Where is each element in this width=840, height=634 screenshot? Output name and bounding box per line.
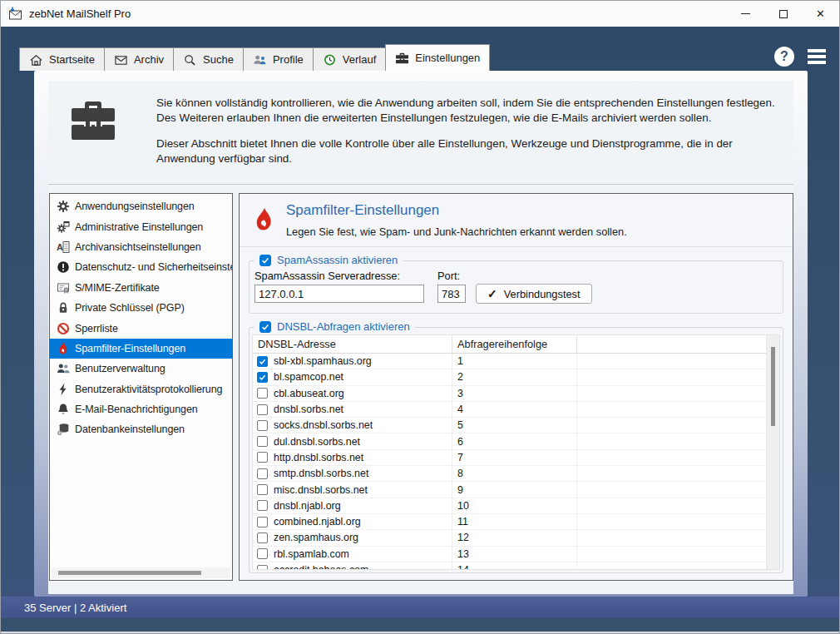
table-row[interactable]: misc.dnsbl.sorbs.net9	[253, 482, 779, 498]
spamfilter-settings-box: Spamfilter-Einstellungen Legen Sie fest,…	[239, 193, 793, 581]
minimize-button[interactable]	[727, 1, 764, 27]
sidebar-item-label: Archivansichtseinstellungen	[75, 241, 201, 253]
tab-label: Suche	[203, 53, 234, 66]
server-address-input[interactable]	[254, 285, 424, 303]
sidebar-item[interactable]: Datenschutz- und Sicherheitseinstellunge…	[50, 257, 232, 277]
table-row[interactable]: dnsbl.njabl.org10	[253, 498, 779, 514]
sidebar-item[interactable]: Datenbankeinstellungen	[50, 419, 232, 439]
server-order: 10	[452, 498, 577, 513]
sidebar-item-label: Anwendungseinstellungen	[75, 201, 195, 212]
server-order: 4	[452, 402, 577, 417]
server-checkbox[interactable]	[257, 500, 268, 511]
tab-archiv[interactable]: Archiv	[104, 47, 174, 71]
intro-paragraph-2: Dieser Abschnitt bietet Ihnen die volle …	[156, 136, 783, 166]
spamassassin-enable-label: SpamAssassin aktivieren	[277, 254, 398, 266]
server-address: http.dnsbl.sorbs.net	[274, 452, 363, 463]
admin-gear-icon	[56, 220, 70, 234]
table-row[interactable]: http.dnsbl.sorbs.net7	[253, 450, 779, 466]
window-title: zebNet MailShelf Pro	[29, 7, 131, 20]
dnsbl-enable-checkbox[interactable]	[259, 321, 271, 333]
sidebar-item[interactable]: Administrative Einstellungen	[50, 216, 232, 236]
sidebar-item[interactable]: E-Mail-Benachrichtigungen	[50, 399, 232, 419]
table-row[interactable]: bl.spamcop.net2	[253, 369, 779, 385]
table-row[interactable]: cbl.abuseat.org3	[253, 386, 779, 402]
sidebar-item-label: Private Schlüssel (PGP)	[75, 302, 185, 314]
table-row[interactable]: zen.spamhaus.org12	[253, 530, 779, 546]
server-address: zen.spamhaus.org	[274, 532, 358, 543]
server-checkbox[interactable]	[257, 420, 268, 431]
sidebar-item-label: Datenschutz- und Sicherheitseinstellunge…	[75, 261, 232, 273]
server-address: accredit.habeas.com	[274, 564, 368, 570]
tab-label: Archiv	[134, 53, 164, 66]
sidebar-item[interactable]: Benutzerverwaltung	[50, 359, 232, 379]
tab-profile[interactable]: Profile	[243, 47, 314, 71]
maximize-button[interactable]	[764, 1, 802, 27]
sidebar-item-label: Datenbankeinstellungen	[75, 423, 185, 435]
column-header[interactable]	[577, 335, 779, 353]
server-checkbox[interactable]	[257, 548, 268, 559]
sidebar-item[interactable]: Spamfilter-Einstellungen	[50, 339, 232, 359]
server-checkbox[interactable]	[257, 372, 268, 383]
tab-suche[interactable]: Suche	[173, 47, 244, 71]
table-row[interactable]: dnsbl.sorbs.net4	[253, 402, 779, 418]
flame-icon	[253, 205, 275, 235]
sidebar-horizontal-scrollbar[interactable]	[52, 567, 230, 578]
close-button[interactable]: ✕	[802, 1, 839, 27]
tab-verlauf[interactable]: Verlauf	[313, 47, 386, 71]
database-icon	[56, 423, 70, 437]
server-order: 8	[452, 466, 577, 481]
connection-test-button[interactable]: ✓ Verbindungstest	[476, 284, 592, 304]
dnsbl-enable-row: DNSBL-Abfragen aktivieren	[254, 320, 415, 333]
table-scrollbar-thumb[interactable]	[771, 347, 775, 426]
table-row[interactable]: combined.njabl.org11	[253, 514, 779, 530]
server-checkbox[interactable]	[257, 452, 268, 463]
table-row[interactable]: dul.dnsbl.sorbs.net6	[253, 433, 779, 449]
server-address: sbl-xbl.spamhaus.org	[274, 355, 372, 367]
help-button[interactable]: ?	[774, 47, 794, 67]
server-address: smtp.dnsbl.sorbs.net	[274, 468, 368, 479]
sidebar-item[interactable]: Anwendungseinstellungen	[50, 196, 232, 216]
content-row: AnwendungseinstellungenAdministrative Ei…	[48, 193, 793, 581]
page-subtitle: Legen Sie fest, wie Spam- und Junk-Nachr…	[286, 225, 627, 238]
settings-panel-inner: Sie können vollständig kontrollieren, wi…	[48, 81, 793, 594]
home-icon	[29, 53, 43, 67]
server-checkbox[interactable]	[257, 468, 268, 479]
table-row[interactable]: socks.dnsbl.sorbs.net5	[253, 418, 779, 433]
server-order: 1	[452, 354, 577, 369]
server-address: combined.njabl.org	[274, 516, 361, 528]
server-checkbox[interactable]	[257, 484, 268, 495]
table-row[interactable]: smtp.dnsbl.sorbs.net8	[253, 466, 779, 482]
sidebar-item[interactable]: Benutzeraktivitätsprotokollierung	[50, 379, 232, 399]
flame-icon	[56, 341, 70, 355]
app-body: StartseiteArchivSucheProfileVerlaufEinst…	[1, 27, 839, 633]
server-checkbox[interactable]	[257, 565, 268, 571]
table-row[interactable]: sbl-xbl.spamhaus.org1	[253, 354, 779, 369]
table-row[interactable]: rbl.spamlab.com13	[253, 547, 779, 562]
table-row[interactable]: accredit.habeas.com14	[253, 562, 779, 570]
spamassassin-enable-checkbox[interactable]	[259, 255, 271, 266]
sidebar-item[interactable]: Private Schlüssel (PGP)	[50, 298, 232, 318]
server-checkbox[interactable]	[257, 388, 268, 399]
sidebar-scrollbar-thumb[interactable]	[58, 571, 201, 575]
server-checkbox[interactable]	[257, 404, 268, 415]
server-checkbox[interactable]	[257, 436, 268, 447]
server-address-label: SpamAssassin Serveradresse:	[254, 270, 400, 282]
hamburger-menu-icon[interactable]	[808, 49, 826, 64]
column-header[interactable]: Abfragereihenfolge	[452, 335, 577, 353]
block-icon	[56, 321, 70, 335]
column-header[interactable]: DNSBL-Adresse	[253, 335, 452, 353]
table-vertical-scrollbar[interactable]	[766, 335, 779, 569]
tab-startseite[interactable]: Startseite	[19, 47, 105, 71]
dnsbl-server-table: DNSBL-AdresseAbfragereihenfolge sbl-xbl.…	[252, 334, 780, 570]
dnsbl-group: DNSBL-Abfragen aktivieren DNSBL-AdresseA…	[249, 327, 783, 573]
server-checkbox[interactable]	[257, 517, 268, 528]
sidebar-item[interactable]: S/MIME-Zertifikate	[50, 278, 232, 298]
tab-einstellungen[interactable]: Einstellungen	[385, 44, 490, 71]
sidebar-item-label: Administrative Einstellungen	[75, 221, 203, 233]
server-checkbox[interactable]	[257, 356, 268, 367]
port-input[interactable]	[437, 285, 466, 303]
server-checkbox[interactable]	[257, 532, 268, 543]
sidebar-item[interactable]: AArchivansichtseinstellungen	[50, 237, 232, 257]
sidebar-item[interactable]: Sperrliste	[50, 318, 232, 338]
status-bar: 35 Server | 2 Aktiviert	[1, 597, 839, 618]
